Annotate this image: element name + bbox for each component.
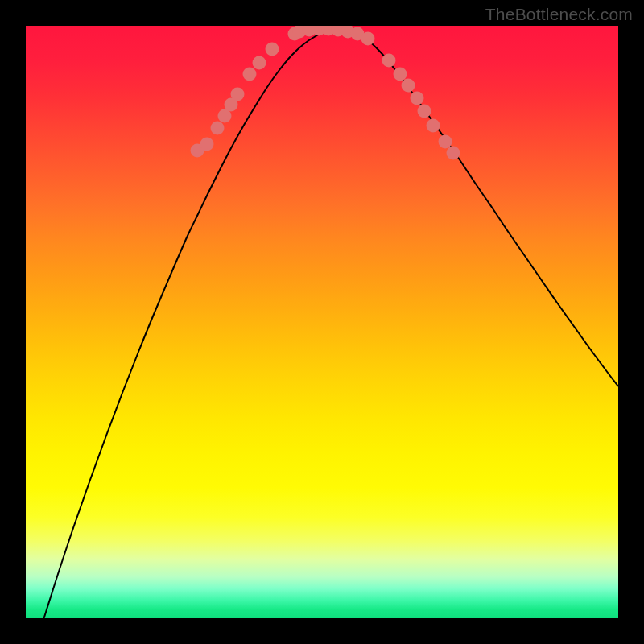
data-point (402, 79, 415, 93)
chart-svg (26, 26, 618, 618)
data-point (382, 54, 396, 68)
data-point (411, 92, 424, 105)
chart-frame: TheBottleneck.com (0, 0, 644, 644)
curve-path-group (26, 29, 618, 618)
data-point (266, 43, 279, 56)
plot-area (26, 26, 618, 618)
data-point (427, 119, 440, 133)
data-point (439, 135, 452, 149)
data-point (447, 147, 460, 160)
data-markers (191, 26, 460, 160)
data-point (211, 122, 225, 135)
data-point (231, 88, 245, 101)
data-point (418, 105, 431, 118)
data-point (253, 56, 266, 70)
bottleneck-curve (26, 29, 618, 618)
data-point (394, 68, 407, 81)
watermark-label: TheBottleneck.com (485, 5, 633, 24)
data-point (243, 68, 257, 81)
data-point (200, 138, 214, 151)
data-point (361, 32, 375, 46)
